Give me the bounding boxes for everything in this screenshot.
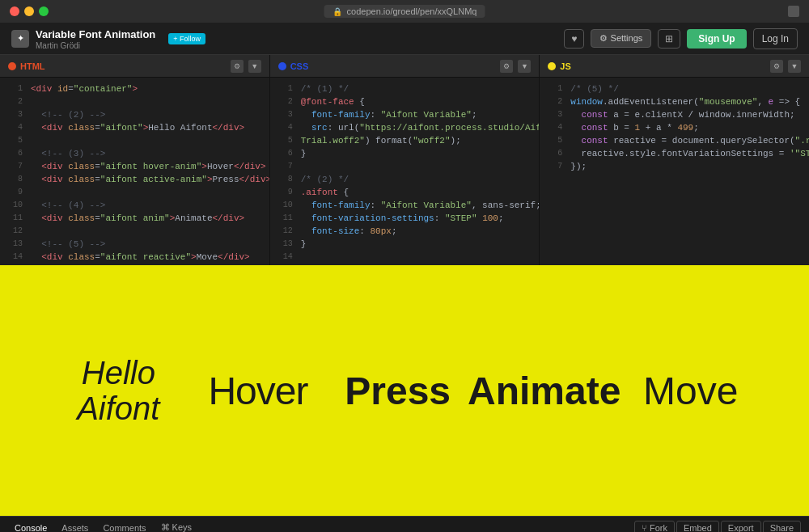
follow-button[interactable]: + Follow <box>168 33 205 44</box>
code-line: 2 <box>0 95 269 108</box>
brand: ✦ Variable Font Animation Martin Grödi +… <box>11 27 205 50</box>
code-line: 1<div id="container"> <box>0 82 269 95</box>
html-settings-icon[interactable]: ⚙ <box>231 60 244 73</box>
code-line: 11 <div class="aifont anim">Animate</div… <box>0 212 269 225</box>
preview-hover: Hover <box>188 369 328 413</box>
code-line: 1/* (1) */ <box>270 82 540 95</box>
heart-button[interactable]: ♥ <box>564 29 584 49</box>
fork-button[interactable]: ⑂ Fork <box>634 521 675 533</box>
code-line: 13 <!-- (5) --> <box>0 238 269 251</box>
code-line: 14 <box>270 251 540 264</box>
code-line: 13} <box>270 238 540 251</box>
share-button[interactable]: Share <box>763 521 801 533</box>
js-panel: JS ⚙ ▼ 1/* (5) */ 2window.addEventListen… <box>540 55 809 265</box>
code-line: 9 <box>0 186 269 199</box>
html-label: HTML <box>8 61 45 71</box>
nav-right: ♥ ⚙ Settings ⊞ Sign Up Log In <box>564 28 798 49</box>
code-line: 6} <box>270 147 540 160</box>
bottom-bar: Console Assets Comments ⌘ Keys ⑂ Fork Em… <box>0 516 809 532</box>
code-line: 8/* (2) */ <box>270 173 540 186</box>
assets-button[interactable]: Assets <box>55 521 95 533</box>
js-expand-icon[interactable]: ▼ <box>788 60 801 73</box>
code-line: 5 const reactive = document.querySelecto… <box>540 134 809 147</box>
console-button[interactable]: Console <box>8 521 53 533</box>
preview-press: Press <box>328 369 468 413</box>
css-panel-controls: ⚙ ▼ <box>500 60 531 73</box>
js-panel-controls: ⚙ ▼ <box>770 60 801 73</box>
topnav: ✦ Variable Font Animation Martin Grödi +… <box>0 23 809 55</box>
css-label: CSS <box>278 61 309 71</box>
code-line: 7}); <box>540 160 809 173</box>
html-dot <box>8 62 16 70</box>
editor-area: HTML ⚙ ▼ 1<div id="container"> 2 3 <!-- … <box>0 55 809 265</box>
css-panel-header: CSS ⚙ ▼ <box>270 55 540 78</box>
code-line: 4 const b = 1 + a * 499; <box>540 121 809 134</box>
code-line: 3 const a = e.clientX / window.innerWidt… <box>540 108 809 121</box>
grid-button[interactable]: ⊞ <box>658 29 680 49</box>
login-button[interactable]: Log In <box>753 28 798 49</box>
code-line: 9.aifont { <box>270 186 540 199</box>
code-line: 12 <box>0 225 269 238</box>
html-code-area[interactable]: 1<div id="container"> 2 3 <!-- (2) --> 4… <box>0 78 269 265</box>
preview-area: HelloAifont Hover Press Animate Move <box>0 265 809 516</box>
preview-hello-aifont: HelloAifont <box>49 355 188 426</box>
maximize-button[interactable] <box>39 6 49 16</box>
code-line: 7 <box>270 160 540 173</box>
code-line: 3 font-family: "Aifont Variable"; <box>270 108 540 121</box>
titlebar-right <box>788 6 799 17</box>
code-line: 11 font-variation-settings: "STEP" 100; <box>270 212 540 225</box>
js-code-area[interactable]: 1/* (5) */ 2window.addEventListener("mou… <box>540 78 809 265</box>
minimize-button[interactable] <box>24 6 34 16</box>
code-line: 5 <box>0 134 269 147</box>
preview-move: Move <box>621 369 760 413</box>
code-line: 10 <!-- (4) --> <box>0 199 269 212</box>
code-line: 12 font-size: 80px; <box>270 225 540 238</box>
url-bar[interactable]: 🔒 codepen.io/groedl/pen/xxQLNMq <box>324 5 485 18</box>
css-panel: CSS ⚙ ▼ 1/* (1) */ 2@font-face { 3 font-… <box>270 55 540 265</box>
html-panel-controls: ⚙ ▼ <box>231 60 261 73</box>
embed-button[interactable]: Embed <box>676 521 719 533</box>
keys-button[interactable]: ⌘ Keys <box>155 521 199 532</box>
code-line: 2@font-face { <box>270 95 540 108</box>
traffic-lights <box>10 6 49 16</box>
code-line: 2window.addEventListener("mousemove", e … <box>540 95 809 108</box>
titlebar-action[interactable] <box>788 6 799 17</box>
css-code-area[interactable]: 1/* (1) */ 2@font-face { 3 font-family: … <box>270 78 540 265</box>
brand-icon: ✦ <box>11 30 29 48</box>
js-label: JS <box>548 61 570 71</box>
project-title: Variable Font Animation <box>36 28 155 40</box>
html-panel: HTML ⚙ ▼ 1<div id="container"> 2 3 <!-- … <box>0 55 270 265</box>
html-expand-icon[interactable]: ▼ <box>248 60 261 73</box>
code-line: 6 <!-- (3) --> <box>0 147 269 160</box>
url-text: codepen.io/groedl/pen/xxQLNMq <box>347 6 477 16</box>
export-button[interactable]: Export <box>721 521 761 533</box>
code-line: 1/* (5) */ <box>540 82 809 95</box>
titlebar: 🔒 codepen.io/groedl/pen/xxQLNMq <box>0 0 809 23</box>
preview-animate: Animate <box>468 369 621 413</box>
code-line: 8 <div class="aifont active-anim">Press<… <box>0 173 269 186</box>
code-line: 7 <div class="aifont hover-anim">Hover</… <box>0 160 269 173</box>
lock-icon: 🔒 <box>332 7 342 16</box>
code-line: 3 <!-- (2) --> <box>0 108 269 121</box>
settings-button[interactable]: ⚙ Settings <box>591 29 651 48</box>
close-button[interactable] <box>10 6 19 16</box>
code-line: 4 src: url("https://aifont.process.studi… <box>270 121 540 134</box>
code-line: 4 <div class="aifont">Hello Aifont</div> <box>0 121 269 134</box>
js-settings-icon[interactable]: ⚙ <box>770 60 783 73</box>
code-line: 14 <div class="aifont reactive">Move</di… <box>0 251 269 264</box>
code-line: 6 reactive.style.fontVariationSettings =… <box>540 147 809 160</box>
js-dot <box>548 62 556 70</box>
html-panel-header: HTML ⚙ ▼ <box>0 55 269 78</box>
comments-button[interactable]: Comments <box>96 521 152 533</box>
signup-button[interactable]: Sign Up <box>687 29 746 49</box>
brand-icon-symbol: ✦ <box>17 33 24 44</box>
js-panel-header: JS ⚙ ▼ <box>540 55 809 78</box>
code-line: 5Trial.woff2") format("woff2"); <box>270 134 540 147</box>
css-settings-icon[interactable]: ⚙ <box>500 60 513 73</box>
code-line: 10 font-family: "Aifont Variable", sans-… <box>270 199 540 212</box>
css-expand-icon[interactable]: ▼ <box>518 60 531 73</box>
css-dot <box>278 62 286 70</box>
brand-info: Variable Font Animation Martin Grödi <box>36 27 155 50</box>
author-name: Martin Grödi <box>36 41 155 50</box>
bottom-right: ⑂ Fork Embed Export Share <box>634 521 801 533</box>
